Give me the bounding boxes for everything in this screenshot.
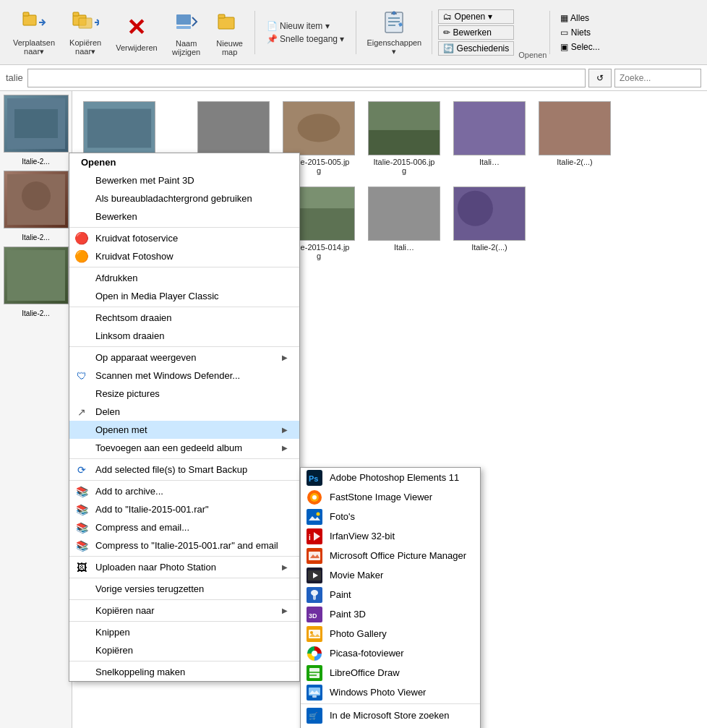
file-thumb-6 bbox=[539, 101, 611, 155]
sm-photo-gallery-label: Photo Gallery bbox=[330, 628, 387, 639]
sm-paint3d[interactable]: 3D Paint 3D bbox=[301, 604, 480, 624]
cm-snelkoppeling[interactable]: Snelkoppeling maken bbox=[69, 663, 299, 681]
cm-compress-rar-email[interactable]: 📚 Compress to "Italie-2015-001.rar" and … bbox=[69, 536, 299, 554]
cm-compress-email-label: Compress and email... bbox=[95, 522, 189, 533]
cm-knippen[interactable]: Knippen bbox=[69, 623, 299, 641]
cm-op-apparaat-label: Op apparaat weergeven bbox=[95, 352, 196, 363]
cm-openen[interactable]: Openen bbox=[69, 153, 299, 171]
cm-compress-rar-email-label: Compress to "Italie-2015-001.rar" and em… bbox=[95, 540, 278, 551]
cm-bewerken[interactable]: Bewerken bbox=[69, 207, 299, 226]
file-item-11[interactable]: Italie-2(...) bbox=[450, 184, 529, 263]
cm-kruidvat-fotoservice[interactable]: 🔴 Kruidvat fotoservice bbox=[69, 229, 299, 247]
nieuwe-map-button[interactable]: Nieuwemap bbox=[208, 6, 252, 59]
sm-paint[interactable]: Paint bbox=[301, 585, 480, 604]
sm-movie-maker[interactable]: Movie Maker bbox=[301, 565, 480, 585]
geschiedenis-button[interactable]: 🔄 Geschiedenis bbox=[438, 41, 514, 56]
file-thumb-1 bbox=[83, 101, 155, 155]
cm-kopieren-naar[interactable]: Kopiëren naar ▶ bbox=[69, 601, 299, 620]
cm-media-player[interactable]: Open in Media Player Classic bbox=[69, 287, 299, 305]
cm-smart-backup[interactable]: ⟳ Add selected file(s) to Smart Backup bbox=[69, 461, 299, 479]
cm-openen-met[interactable]: Openen met ▶ bbox=[69, 421, 299, 439]
svg-point-14 bbox=[22, 181, 51, 210]
cm-resize[interactable]: Resize pictures bbox=[69, 385, 299, 403]
openen-section-label: Openen bbox=[518, 51, 547, 59]
file-name-10: Itali… bbox=[394, 243, 414, 252]
cm-bewerken-paint3d[interactable]: Bewerken met Paint 3D bbox=[69, 171, 299, 189]
sm-irfanview-label: IrfanView 32-bit bbox=[330, 531, 395, 541]
sm-libreoffice[interactable]: LibreOffice Draw bbox=[301, 663, 480, 682]
toolbar: Verplaatsennaar▾ Kopiërennaar▾ ✕ Verwijd… bbox=[0, 0, 707, 65]
sm-photoshop[interactable]: Ps Adobe Photoshop Elements 11 bbox=[301, 468, 480, 487]
cm-rechtsom-draaien[interactable]: Rechtsom draaien bbox=[69, 309, 299, 327]
search-input[interactable] bbox=[614, 69, 701, 87]
cm-bewerken-label: Bewerken bbox=[95, 211, 137, 222]
cm-toevoegen-album[interactable]: Toevoegen aan een gedeeld album ▶ bbox=[69, 439, 299, 457]
cm-scannen-defender[interactable]: 🛡 Scannen met Windows Defender... bbox=[69, 367, 299, 385]
nieuw-item-button[interactable]: 📄 Nieuw item ▾ bbox=[264, 20, 348, 33]
verwijderen-button[interactable]: ✕ Verwijderen bbox=[108, 10, 164, 55]
cm-openen-met-label: Openen met bbox=[95, 424, 147, 435]
svg-point-20 bbox=[298, 114, 340, 142]
cm-uploaden-label: Uploaden naar Photo Station bbox=[95, 562, 216, 573]
eigenschappen-button[interactable]: Eigenschappen▾ bbox=[359, 5, 429, 59]
file-item-6[interactable]: Italie-2(...) bbox=[535, 98, 614, 178]
kopieren-icon bbox=[71, 8, 100, 37]
nieuwe-map-icon bbox=[215, 9, 244, 38]
cm-sep7 bbox=[69, 556, 299, 557]
cm-kopieren2[interactable]: Kopiëren bbox=[69, 641, 299, 659]
svg-rect-59 bbox=[309, 688, 320, 695]
refresh-button[interactable]: ↺ bbox=[588, 69, 612, 87]
cm-add-rar[interactable]: 📚 Add to "Italie-2015-001.rar" bbox=[69, 500, 299, 518]
verplaatsen-button[interactable]: Verplaatsennaar▾ bbox=[6, 5, 62, 59]
cm-compress-email[interactable]: 📚 Compress and email... bbox=[69, 518, 299, 536]
file-item-10[interactable]: Itali… bbox=[364, 184, 444, 263]
cm-openen-label: Openen bbox=[81, 157, 116, 168]
bewerken-r-button[interactable]: ✏ Bewerken bbox=[438, 25, 514, 40]
address-input[interactable] bbox=[27, 69, 586, 87]
sm-store[interactable]: 🛒 In de Microsoft Store zoeken bbox=[301, 706, 480, 725]
file-item-5[interactable]: Itali… bbox=[450, 98, 529, 178]
sm-picasa[interactable]: Picasa-fotoviewer bbox=[301, 643, 480, 663]
cm-add-archive[interactable]: 📚 Add to archive... bbox=[69, 482, 299, 500]
cm-media-player-label: Open in Media Player Classic bbox=[95, 291, 219, 301]
sm-photo-gallery[interactable]: Photo Gallery bbox=[301, 624, 480, 643]
niets-button[interactable]: ▭ Niets bbox=[556, 26, 604, 39]
sm-ms-picture[interactable]: Microsoft Office Picture Manager bbox=[301, 546, 480, 565]
cm-afdrukken-label: Afdrukken bbox=[95, 273, 138, 283]
file-item-4[interactable]: Italie-2015-006.jpg bbox=[364, 98, 444, 178]
cm-delen[interactable]: ↗ Delen bbox=[69, 403, 299, 421]
svg-rect-30 bbox=[369, 187, 440, 241]
snelle-toegang-button[interactable]: 📌 Snelle toegang ▾ bbox=[264, 33, 348, 46]
submenu-openen-met: Ps Adobe Photoshop Elements 11 FastStone… bbox=[300, 467, 481, 728]
sm-faststone-label: FastStone Image Viewer bbox=[330, 492, 432, 502]
naam-button[interactable]: Naamwijzigen bbox=[165, 6, 208, 59]
svg-text:i: i bbox=[309, 534, 311, 541]
cm-op-apparaat[interactable]: Op apparaat weergeven ▶ bbox=[69, 348, 299, 367]
selec-button[interactable]: ▣ Selec... bbox=[556, 40, 604, 53]
sidebar-thumb-2[interactable] bbox=[4, 171, 69, 228]
cm-vorige-versies[interactable]: Vorige versies terugzetten bbox=[69, 580, 299, 598]
sm-fotos[interactable]: Foto's bbox=[301, 507, 480, 526]
sidebar-thumb-3[interactable] bbox=[4, 247, 69, 304]
cm-afdrukken[interactable]: Afdrukken bbox=[69, 269, 299, 287]
svg-rect-23 bbox=[454, 102, 525, 155]
svg-rect-48 bbox=[313, 594, 316, 600]
kopieren-button[interactable]: Kopiërennaar▾ bbox=[62, 5, 108, 59]
cm-bureaubladachtergrond[interactable]: Als bureaubladachtergrond gebruiken bbox=[69, 189, 299, 207]
sm-irfanview[interactable]: i IrfanView 32-bit bbox=[301, 526, 480, 546]
sm-andere-app[interactable]: Kies een andere app bbox=[301, 725, 480, 728]
cm-uploaden-photo-station[interactable]: 🖼 Uploaden naar Photo Station ▶ bbox=[69, 558, 299, 576]
cm-toevoegen-album-arrow: ▶ bbox=[267, 444, 288, 452]
file-thumb-2 bbox=[197, 101, 270, 155]
svg-point-32 bbox=[458, 191, 493, 226]
sm-windows-photo[interactable]: Windows Photo Viewer bbox=[301, 682, 480, 702]
cm-linksom-draaien[interactable]: Linksom draaien bbox=[69, 327, 299, 345]
openen-r-button[interactable]: 🗂 Openen ▾ bbox=[438, 9, 514, 24]
cm-kruidvat-fotoshow[interactable]: 🟠 Kruidvat Fotoshow bbox=[69, 247, 299, 265]
cm-kopieren-naar-arrow: ▶ bbox=[267, 607, 288, 614]
sm-fotos-label: Foto's bbox=[330, 511, 355, 522]
sm-faststone[interactable]: FastStone Image Viewer bbox=[301, 487, 480, 507]
sidebar-thumb-1[interactable] bbox=[4, 95, 69, 153]
svg-rect-6 bbox=[176, 26, 191, 29]
alles-button[interactable]: ▦ Alles bbox=[556, 12, 604, 25]
